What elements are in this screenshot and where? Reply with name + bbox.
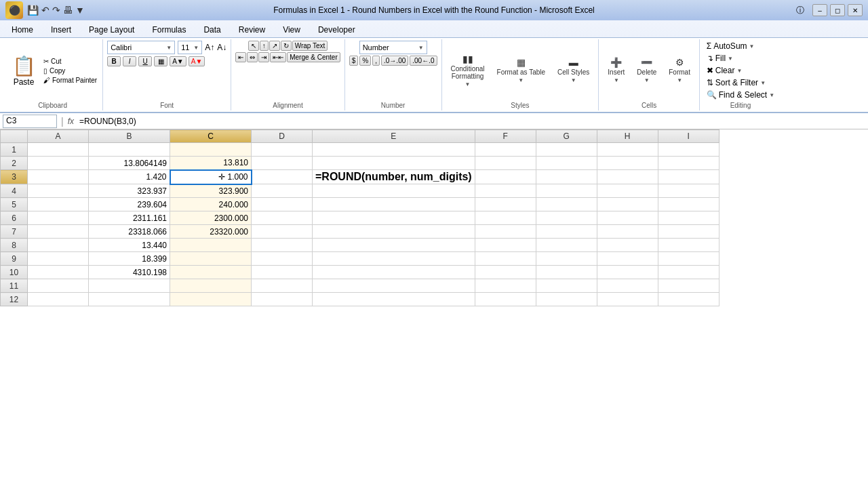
comma-button[interactable]: , xyxy=(372,56,380,66)
cell-g9[interactable] xyxy=(536,252,597,266)
row-header-4[interactable]: 4 xyxy=(1,184,28,198)
format-button[interactable]: ⚙ Format ▼ xyxy=(664,50,695,91)
tab-view[interactable]: View xyxy=(274,22,309,37)
cell-e8[interactable] xyxy=(313,239,475,252)
conditional-formatting-button[interactable]: ▮▮ ConditionalFormatting ▼ xyxy=(446,50,490,91)
cell-f9[interactable] xyxy=(475,252,536,266)
cell-c4[interactable]: 323.900 xyxy=(170,184,252,198)
orientation-button[interactable]: ↻ xyxy=(281,41,292,51)
cell-d5[interactable] xyxy=(252,198,313,211)
cut-button[interactable]: ✂ Cut xyxy=(42,57,98,66)
formula-input[interactable] xyxy=(77,117,865,126)
cell-a4[interactable] xyxy=(28,184,89,198)
cell-d4[interactable] xyxy=(252,184,313,198)
indent-decrease-button[interactable]: ⇤⇤ xyxy=(270,52,286,62)
align-top-button[interactable]: ↑ xyxy=(260,41,269,51)
cell-d9[interactable] xyxy=(252,252,313,266)
cell-d8[interactable] xyxy=(252,239,313,252)
decrease-font-icon[interactable]: A↓ xyxy=(217,43,226,52)
cell-d10[interactable] xyxy=(252,266,313,279)
cell-f3[interactable] xyxy=(475,170,536,184)
align-center-button[interactable]: ⇔ xyxy=(247,52,258,62)
cell-h3[interactable] xyxy=(597,170,658,184)
cell-a5[interactable] xyxy=(28,198,89,211)
cell-h5[interactable] xyxy=(597,198,658,211)
tab-data[interactable]: Data xyxy=(195,22,229,37)
row-header-7[interactable]: 7 xyxy=(1,225,28,239)
cell-g8[interactable] xyxy=(536,239,597,252)
row-header-2[interactable]: 2 xyxy=(1,157,28,170)
cell-i6[interactable] xyxy=(658,211,719,225)
cell-a7[interactable] xyxy=(28,225,89,239)
cell-b2[interactable]: 13.8064149 xyxy=(89,157,170,170)
dropdown-icon[interactable]: ▼ xyxy=(75,5,85,16)
cell-i4[interactable] xyxy=(658,184,719,198)
cell-g4[interactable] xyxy=(536,184,597,198)
redo-icon[interactable]: ↷ xyxy=(52,5,60,16)
cell-e9[interactable] xyxy=(313,252,475,266)
cell-b8[interactable]: 13.440 xyxy=(89,239,170,252)
cell-f7[interactable] xyxy=(475,225,536,239)
cell-g3[interactable] xyxy=(536,170,597,184)
col-header-b[interactable]: B xyxy=(89,130,170,143)
sort-filter-button[interactable]: ⇅ Sort & Filter ▼ xyxy=(705,77,767,88)
cell-h2[interactable] xyxy=(597,157,658,170)
close-button[interactable]: ✕ xyxy=(848,4,863,16)
cell-a6[interactable] xyxy=(28,211,89,225)
cell-styles-button[interactable]: ▬ Cell Styles ▼ xyxy=(553,50,594,91)
row-header-12[interactable]: 12 xyxy=(1,293,28,306)
cell-h7[interactable] xyxy=(597,225,658,239)
cell-f6[interactable] xyxy=(475,211,536,225)
bold-button[interactable]: B xyxy=(107,56,121,66)
cell-b11[interactable] xyxy=(89,279,170,293)
cell-b10[interactable]: 4310.198 xyxy=(89,266,170,279)
wrap-text-button[interactable]: Wrap Text xyxy=(292,41,328,51)
cell-g5[interactable] xyxy=(536,198,597,211)
row-header-6[interactable]: 6 xyxy=(1,211,28,225)
cell-b7[interactable]: 23318.066 xyxy=(89,225,170,239)
clear-button[interactable]: ✖ Clear ▼ xyxy=(705,65,744,76)
save-icon[interactable]: 💾 xyxy=(27,5,39,16)
row-header-3[interactable]: 3 xyxy=(1,170,28,184)
cell-b1[interactable] xyxy=(89,143,170,157)
cell-g10[interactable] xyxy=(536,266,597,279)
delete-button[interactable]: ➖ Delete ▼ xyxy=(632,50,661,91)
italic-button[interactable]: I xyxy=(123,56,136,66)
row-header-8[interactable]: 8 xyxy=(1,239,28,252)
cell-a8[interactable] xyxy=(28,239,89,252)
cell-a10[interactable] xyxy=(28,266,89,279)
cell-i12[interactable] xyxy=(658,293,719,306)
font-name-selector[interactable]: Calibri ▼ xyxy=(107,41,175,54)
paste-button[interactable]: 📋 Paste xyxy=(7,50,41,91)
col-header-f[interactable]: F xyxy=(475,130,536,143)
cell-e2[interactable] xyxy=(313,157,475,170)
align-top-left-button[interactable]: ↖ xyxy=(248,41,259,51)
cell-d11[interactable] xyxy=(252,279,313,293)
cell-d7[interactable] xyxy=(252,225,313,239)
cell-b9[interactable]: 18.399 xyxy=(89,252,170,266)
tab-formulas[interactable]: Formulas xyxy=(143,22,195,37)
cell-h8[interactable] xyxy=(597,239,658,252)
cell-c11[interactable] xyxy=(170,279,252,293)
cell-f5[interactable] xyxy=(475,198,536,211)
cell-i11[interactable] xyxy=(658,279,719,293)
cell-f1[interactable] xyxy=(475,143,536,157)
cell-e1[interactable] xyxy=(313,143,475,157)
cell-g2[interactable] xyxy=(536,157,597,170)
cell-f11[interactable] xyxy=(475,279,536,293)
cell-b4[interactable]: 323.937 xyxy=(89,184,170,198)
cell-a2[interactable] xyxy=(28,157,89,170)
cell-e12[interactable] xyxy=(313,293,475,306)
cell-h4[interactable] xyxy=(597,184,658,198)
cell-b3[interactable]: 1.420 xyxy=(89,170,170,184)
merge-center-button[interactable]: Merge & Center xyxy=(287,52,340,62)
format-painter-button[interactable]: 🖌 Format Painter xyxy=(42,76,98,85)
restore-button[interactable]: ◻ xyxy=(830,4,845,16)
increase-decimal-button[interactable]: .0→.00 xyxy=(381,56,408,66)
cell-a11[interactable] xyxy=(28,279,89,293)
cell-e5[interactable] xyxy=(313,198,475,211)
row-header-1[interactable]: 1 xyxy=(1,143,28,157)
cell-a3[interactable] xyxy=(28,170,89,184)
cell-b5[interactable]: 239.604 xyxy=(89,198,170,211)
col-header-i[interactable]: I xyxy=(658,130,719,143)
